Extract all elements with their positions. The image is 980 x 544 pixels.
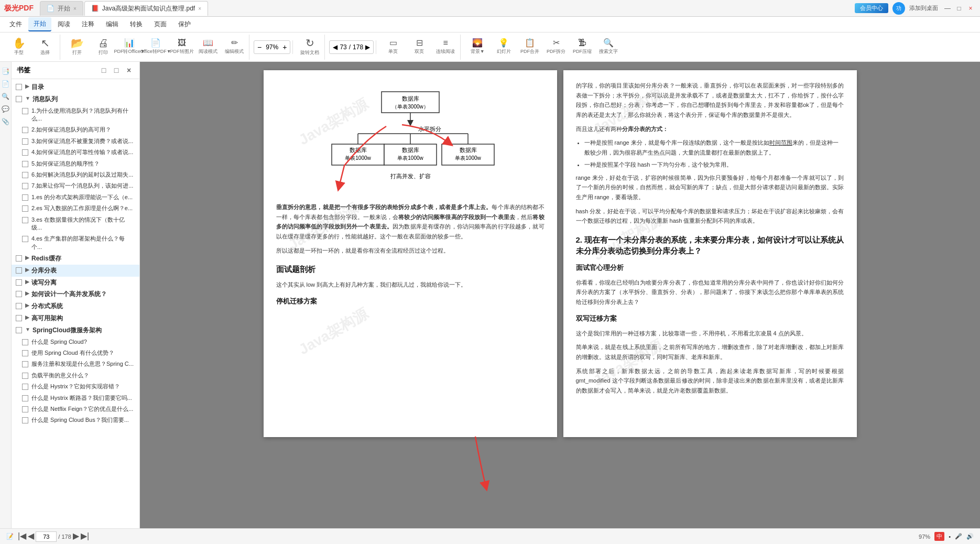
expand-arrow: ▶	[25, 314, 29, 321]
open-icon: 📂	[71, 38, 84, 48]
toc-item-rw-split[interactable]: ▶ 读写分离	[12, 277, 139, 289]
checkbox	[22, 373, 28, 379]
toc-item-sc-4[interactable]: 负载平衡的意义什么？	[12, 370, 139, 381]
menu-read[interactable]: 阅读	[52, 18, 75, 31]
zoom-in-button[interactable]: +	[281, 43, 288, 51]
menu-start[interactable]: 开始	[28, 17, 51, 31]
select-tool-button[interactable]: ↖ 选择	[32, 35, 58, 60]
checkbox	[22, 350, 28, 356]
toc-item-es-1[interactable]: 1.es 的分布式架构原理能说一下么（e...	[12, 192, 139, 203]
read-mode-button[interactable]: 📖 阅读模式	[195, 35, 221, 60]
toc-item-mulu[interactable]: ▶ 目录	[12, 81, 139, 93]
sidebar-tool-2[interactable]: □	[111, 65, 122, 75]
zoom-control[interactable]: − 97% +	[254, 40, 290, 54]
minimize-button[interactable]: —	[942, 3, 953, 14]
pdf-r-para-6: 这个是我们常用的一种迁移方案，比较靠谱一些，不用停机，不用看北京凌晨 4 点的风…	[576, 329, 844, 339]
pdf-to-office-button[interactable]: 📊 PDF转Office▼	[117, 35, 142, 60]
continuous-read-button[interactable]: ≡ 连续阅读	[433, 35, 458, 60]
tab-pdf-close[interactable]: ×	[198, 6, 201, 12]
toc-item-es-3[interactable]: 3.es 在数据量很大的情况下（数十亿级...	[12, 214, 139, 234]
tab-start-close[interactable]: ×	[73, 6, 77, 12]
single-page-button[interactable]: ▭ 单页	[380, 35, 406, 60]
toc-item-es-2[interactable]: 2.es 写入数据的工作原理是什么啊？e...	[12, 203, 139, 214]
sidebar-icon-search[interactable]: 🔍	[1, 91, 11, 102]
toc-item-mq-3[interactable]: 3.如何保证消息不被重复消费？或者说...	[12, 136, 139, 147]
toc-item-sc-6[interactable]: 什么是 Hystrix 断路器？我们需要它吗...	[12, 393, 139, 404]
toc-item-mq[interactable]: ▼ 消息队列	[12, 93, 139, 105]
toc-item-highconc[interactable]: ▶ 如何设计一个高并发系统？	[12, 288, 139, 300]
search-text-button[interactable]: 🔍 搜索文字	[596, 35, 621, 60]
sidebar-close[interactable]: ×	[124, 65, 134, 75]
toc-item-mq-6[interactable]: 6.如何解决消息队列的延时以及过期失...	[12, 169, 139, 180]
spotlight-button[interactable]: 💡 幻灯片	[491, 35, 516, 60]
toc-item-es-4[interactable]: 4.es 生产集群的部署架构是什么？每个...	[12, 233, 139, 253]
toc-item-mq-5[interactable]: 5.如何保证消息的顺序性？	[12, 158, 139, 169]
pdf-compress-button[interactable]: 🗜 PDF压缩	[570, 35, 595, 60]
user-avatar[interactable]: 功	[892, 2, 905, 15]
toc-item-dist[interactable]: ▶ 分布式系统	[12, 300, 139, 312]
toc-item-springcloud[interactable]: ▼ SpringCloud微服务架构	[12, 324, 139, 336]
nav-next[interactable]: ▶	[73, 531, 79, 540]
toc-item-sc-5[interactable]: 什么是 Hystrix？它如何实现容错？	[12, 381, 139, 392]
toc-item-mq-4[interactable]: 4.如何保证消息的可靠性传输？或者说...	[12, 147, 139, 158]
menu-convert[interactable]: 转换	[125, 18, 148, 31]
sidebar-tool-1[interactable]: □	[99, 65, 109, 75]
zoom-out-button[interactable]: −	[256, 43, 263, 51]
sidebar-icon-comments[interactable]: 💬	[1, 104, 11, 114]
toc-item-mq-2[interactable]: 2.如何保证消息队列的高可用？	[12, 124, 139, 135]
menu-file[interactable]: 文件	[4, 18, 27, 31]
page-number-input[interactable]	[36, 531, 57, 542]
tab-start[interactable]: 📄 开始 ×	[40, 1, 83, 16]
maximize-button[interactable]: □	[954, 3, 964, 14]
pdf-to-image-button[interactable]: 🖼 PDF转图片	[169, 35, 194, 60]
main-content: 📑 📄 🔍 💬 📎 书签 □ □ × ▶ 目录 ▼ 消息队列	[0, 62, 980, 528]
tab-pdf[interactable]: 📕 Java高级架构面试知识点整理.pdf ×	[84, 1, 208, 16]
nav-last[interactable]: ▶|	[81, 531, 89, 540]
pdf-area[interactable]: Java架构源 Java架构源 Java架构源 数据库 （单表3000w） 水平…	[140, 62, 980, 528]
pdf-split-button[interactable]: ✂ PDF拆分	[543, 35, 569, 60]
edit-mode-button[interactable]: ✏ 编辑模式	[222, 35, 247, 60]
hand-tool-button[interactable]: ✋ 手型	[6, 35, 31, 60]
pdf-r-para-7: 简单来说，就是在线上系统里面，之前所有写库的地方，增删改查作，除了对老库增删改，…	[576, 342, 844, 362]
toc-item-mq-7[interactable]: 7.如果让你写一个消息队列，该如何进...	[12, 180, 139, 191]
menu-edit[interactable]: 编辑	[101, 18, 124, 31]
sidebar-icon-pages[interactable]: 📄	[1, 79, 11, 89]
double-page-button[interactable]: ⊟ 双页	[407, 35, 432, 60]
toc-item-label: 目录	[31, 83, 44, 92]
pdf-para-vertical: 垂直拆分的意思，就是把一个有很多字段的表给拆分成多个表，或者是多个库上去。每个库…	[276, 202, 545, 242]
sidebar-icon-attachments[interactable]: 📎	[1, 116, 11, 127]
close-button[interactable]: ×	[965, 3, 976, 14]
page-next[interactable]: ▶	[365, 43, 370, 51]
print-button[interactable]: 🖨 打印	[91, 35, 116, 60]
toc-item-sc-2[interactable]: 使用 Spring Cloud 有什么优势？	[12, 347, 139, 358]
bg-button[interactable]: 🌄 背景▼	[465, 35, 490, 60]
toc-item-sc-1[interactable]: 什么是 Spring Cloud?	[12, 336, 139, 347]
menu-protect[interactable]: 保护	[173, 18, 196, 31]
toc-item-redis[interactable]: ▶ Redis缓存	[12, 253, 139, 265]
page-prev[interactable]: ◀	[333, 43, 337, 51]
sidebar-icon-bookmarks[interactable]: 📑	[1, 66, 11, 77]
nav-first[interactable]: |◀	[18, 531, 26, 540]
double-page-label: 双页	[415, 48, 424, 55]
toc-item-sc-7[interactable]: 什么是 Netflix Feign？它的优点是什么...	[12, 404, 139, 415]
nav-prev[interactable]: ◀	[28, 531, 34, 540]
add-to-desktop[interactable]: 添加到桌面	[909, 4, 938, 12]
pdf-left-text: 垂直拆分的意思，就是把一个有很多字段的表给拆分成多个表，或者是多个库上去。每个库…	[276, 202, 545, 307]
rotate-button[interactable]: ↻ 旋转文档	[297, 35, 322, 60]
office-to-pdf-button[interactable]: 📄 Office转PDF▼	[143, 35, 168, 60]
office-to-pdf-label: Office转PDF▼	[140, 48, 171, 55]
vip-button[interactable]: 会员中心	[855, 3, 888, 13]
menu-annotate[interactable]: 注释	[77, 18, 100, 31]
open-button[interactable]: 📂 打开	[64, 35, 90, 60]
menu-page[interactable]: 页面	[149, 18, 172, 31]
pdf-r-para-1: 的字段，你的项目里该如何分库分表？一般来说，垂直拆分，你可以在表层面来拆，对一些…	[576, 81, 844, 120]
pdf-r-heading-mental: 面试官心理分析	[576, 263, 844, 274]
toc-item-sc-8[interactable]: 什么是 Spring Cloud Bus？我们需要...	[12, 415, 139, 426]
toc-item-sharding[interactable]: ▶ 分库分表	[12, 265, 139, 277]
sidebar-content[interactable]: ▶ 目录 ▼ 消息队列 1.为什么使用消息队列？消息队列有什么... 2.如何保…	[12, 79, 139, 528]
double-page-icon: ⊟	[416, 39, 423, 47]
toc-item-sc-3[interactable]: 服务注册和发现是什么意思？Spring C...	[12, 358, 139, 369]
toc-item-mq-1[interactable]: 1.为什么使用消息队列？消息队列有什么...	[12, 105, 139, 125]
pdf-merge-button[interactable]: 📋 PDF合并	[517, 35, 542, 60]
toc-item-highavail[interactable]: ▶ 高可用架构	[12, 312, 139, 324]
